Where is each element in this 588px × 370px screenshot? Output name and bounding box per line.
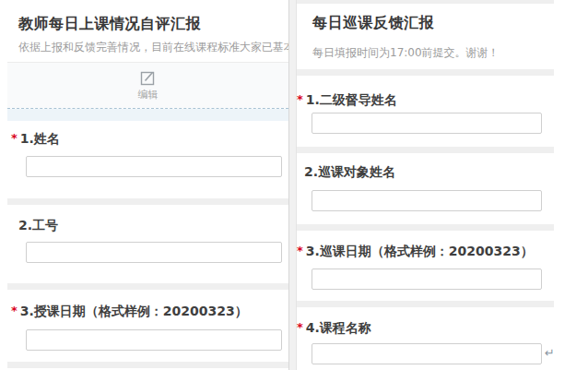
- right-question-2-label: 2.巡课对象姓名: [304, 164, 395, 181]
- separator: [297, 224, 554, 231]
- required-asterisk: *: [11, 304, 18, 317]
- left-employee-id-input[interactable]: [26, 242, 282, 263]
- edit-button-label: 编辑: [138, 88, 159, 101]
- separator: [7, 283, 288, 290]
- required-asterisk: *: [11, 131, 18, 145]
- right-course-name-input[interactable]: [312, 343, 542, 364]
- right-question-1-label: *1.二级督导姓名: [297, 92, 397, 109]
- top-separator-band: [297, 0, 554, 4]
- left-form-description: 依据上报和反馈完善情况，目前在线课程标准大家已基本...: [18, 40, 305, 55]
- separator: [7, 362, 288, 368]
- separator: [7, 198, 288, 205]
- left-question-3-label: *3.授课日期（格式样例：20200323）: [11, 304, 248, 320]
- left-name-input[interactable]: [26, 156, 282, 177]
- separator: [297, 301, 554, 307]
- right-form-title: 每日巡课反馈汇报: [312, 14, 434, 33]
- right-patrol-date-input[interactable]: [312, 269, 542, 290]
- left-question-2-label: 2.工号: [18, 218, 58, 234]
- left-question-1-label: *1.姓名: [11, 131, 60, 148]
- edit-pencil-icon: [140, 70, 156, 86]
- right-supervisor-name-input[interactable]: [312, 113, 542, 134]
- drop-highlight-strip: [7, 109, 288, 121]
- patrol-feedback-form-panel: 每日巡课反馈汇报 每日填报时间为17:00前提交。谢谢！ *1.二级督导姓名 2…: [297, 0, 588, 370]
- right-patrol-target-name-input[interactable]: [312, 190, 542, 211]
- screen: 教师每日上课情况自评汇报 依据上报和反馈完善情况，目前在线课程标准大家已基本..…: [0, 0, 588, 370]
- left-form-title: 教师每日上课情况自评汇报: [18, 15, 201, 34]
- teacher-self-report-form-panel: 教师每日上课情况自评汇报 依据上报和反馈完善情况，目前在线课程标准大家已基本..…: [7, 0, 288, 370]
- required-asterisk: *: [297, 244, 303, 257]
- required-asterisk: *: [297, 92, 303, 106]
- separator: [297, 69, 554, 76]
- right-question-3-label: *3.巡课日期（格式样例：20200323）: [297, 244, 534, 260]
- required-asterisk: *: [297, 320, 303, 334]
- left-teaching-date-input[interactable]: [26, 329, 282, 351]
- right-question-4-label: *4.课程名称: [297, 320, 371, 337]
- right-form-description: 每日填报时间为17:00前提交。谢谢！: [312, 45, 500, 61]
- separator: [297, 147, 554, 153]
- edit-button[interactable]: 编辑: [7, 62, 288, 108]
- return-arrow-marker: ↵: [545, 346, 555, 360]
- panel-gap-divider: [288, 0, 297, 370]
